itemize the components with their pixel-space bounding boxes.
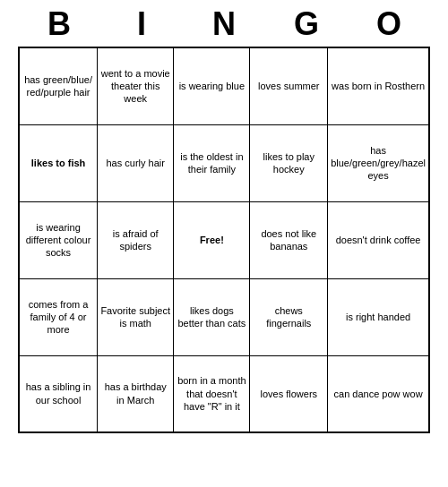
grid-cell-4-4: can dance pow wow (328, 355, 429, 432)
grid-cell-3-4: is right handed (328, 278, 429, 355)
grid-cell-0-0: has green/blue/ red/purple hair (19, 47, 98, 124)
grid-row-4: has a sibling in our schoolhas a birthda… (19, 355, 429, 432)
grid-cell-4-1: has a birthday in March (98, 355, 174, 432)
grid-cell-3-3: chews fingernails (250, 278, 328, 355)
grid-row-1: likes to fishhas curly hairis the oldest… (19, 124, 429, 201)
grid-cell-1-0: likes to fish (19, 124, 98, 201)
grid-cell-1-4: has blue/green/grey/hazel eyes (328, 124, 429, 201)
bingo-letter-b: B (20, 5, 99, 43)
grid-cell-3-2: likes dogs better than cats (174, 278, 250, 355)
grid-cell-3-0: comes from a family of 4 or more (19, 278, 98, 355)
bingo-letter-n: N (185, 5, 263, 43)
grid-cell-2-1: is afraid of spiders (98, 201, 174, 278)
grid-cell-0-1: went to a movie theater this week (98, 47, 174, 124)
bingo-letter-o: O (349, 5, 428, 43)
grid-cell-4-3: loves flowers (250, 355, 328, 432)
bingo-letter-i: I (102, 5, 181, 43)
grid-row-3: comes from a family of 4 or moreFavorite… (19, 278, 429, 355)
grid-cell-1-1: has curly hair (98, 124, 174, 201)
grid-cell-2-0: is wearing different colour socks (19, 201, 98, 278)
bingo-header: BINGO (18, 0, 430, 47)
grid-cell-4-2: born in a month that doesn't have "R" in… (174, 355, 250, 432)
grid-row-0: has green/blue/ red/purple hairwent to a… (19, 47, 429, 124)
bingo-letter-g: G (267, 5, 346, 43)
grid-cell-2-2: Free! (174, 201, 250, 278)
grid-cell-1-2: is the oldest in their family (174, 124, 250, 201)
bingo-grid: has green/blue/ red/purple hairwent to a… (18, 47, 430, 433)
grid-row-2: is wearing different colour socksis afra… (19, 201, 429, 278)
grid-cell-0-2: is wearing blue (174, 47, 250, 124)
grid-cell-0-4: was born in Rosthern (328, 47, 429, 124)
grid-cell-2-3: does not like bananas (250, 201, 328, 278)
grid-cell-1-3: likes to play hockey (250, 124, 328, 201)
grid-cell-4-0: has a sibling in our school (19, 355, 98, 432)
grid-cell-2-4: doesn't drink coffee (328, 201, 429, 278)
grid-cell-0-3: loves summer (250, 47, 328, 124)
grid-cell-3-1: Favorite subject is math (98, 278, 174, 355)
